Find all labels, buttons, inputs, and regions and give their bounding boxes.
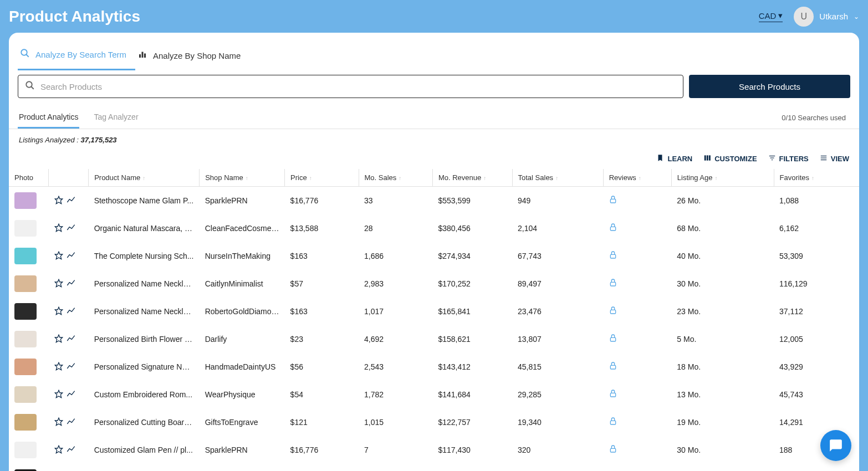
product-thumbnail[interactable] <box>14 414 37 431</box>
table-row[interactable]: Organic Natural Mascara, V... CleanFaced… <box>9 214 859 242</box>
star-icon[interactable] <box>54 334 63 345</box>
searches-used: 0/10 Searches used <box>782 114 850 122</box>
cell-favorites: 12,005 <box>774 325 859 353</box>
lock-icon[interactable] <box>609 390 617 400</box>
table-row[interactable]: Custom Embroidered Rom... WearPhysique $… <box>9 381 859 408</box>
lock-icon[interactable] <box>609 418 617 427</box>
product-thumbnail[interactable] <box>14 303 37 320</box>
col-price[interactable]: Price↑ <box>285 169 359 187</box>
star-icon[interactable] <box>54 417 63 428</box>
listings-analyzed: Listings Analyzed : 37,175,523 <box>9 129 859 151</box>
star-icon[interactable] <box>54 196 63 206</box>
table-row[interactable]: Personalized Name Neckla... NisPersonali… <box>9 464 859 471</box>
svg-marker-16 <box>55 196 62 203</box>
table-row[interactable]: Customized Glam Pen // pl... SparklePRN … <box>9 436 859 464</box>
star-icon[interactable] <box>54 223 63 234</box>
lock-icon[interactable] <box>609 362 617 372</box>
col-listing-age[interactable]: Listing Age↑ <box>671 169 774 187</box>
cell-photo <box>9 270 49 298</box>
star-icon[interactable] <box>54 390 63 400</box>
cell-shop-name: SparklePRN <box>200 436 285 464</box>
tab-search-term[interactable]: Analyze By Search Term <box>18 43 135 70</box>
table-scroll[interactable]: Photo Product Name↑ Shop Name↑ Price↑ Mo… <box>9 169 859 471</box>
toolbar-label: LEARN <box>667 155 692 163</box>
currency-selector[interactable]: CAD ▾ <box>759 11 783 22</box>
col-product-name[interactable]: Product Name↑ <box>89 169 200 187</box>
customize-button[interactable]: CUSTOMIZE <box>703 154 757 163</box>
product-thumbnail[interactable] <box>14 248 37 264</box>
lock-icon[interactable] <box>609 224 617 233</box>
cell-photo <box>9 298 49 325</box>
svg-rect-19 <box>611 227 616 231</box>
cell-shop-name: CaitlynMinimalist <box>200 270 285 298</box>
trend-icon[interactable] <box>67 279 75 289</box>
cell-listing-age: 30 Mo. <box>671 270 774 298</box>
subtab-tag-analyzer[interactable]: Tag Analyzer <box>93 107 139 129</box>
lock-icon[interactable] <box>609 279 617 289</box>
lock-icon[interactable] <box>609 196 617 206</box>
table-row[interactable]: Stethoscope Name Glam P... SparklePRN $1… <box>9 187 859 215</box>
trend-icon[interactable] <box>67 362 75 372</box>
trend-icon[interactable] <box>67 417 75 428</box>
star-icon[interactable] <box>54 279 63 289</box>
filters-button[interactable]: FILTERS <box>768 154 809 163</box>
product-thumbnail[interactable] <box>14 192 37 209</box>
cell-mo-sales: 2,844 <box>359 464 432 471</box>
lock-icon[interactable] <box>609 446 617 455</box>
table-row[interactable]: Personalized Name Neckla... CaitlynMinim… <box>9 270 859 298</box>
trend-icon[interactable] <box>67 196 75 206</box>
col-reviews[interactable]: Reviews↑ <box>603 169 671 187</box>
col-mo-revenue[interactable]: Mo. Revenue↑ <box>432 169 512 187</box>
star-icon[interactable] <box>54 251 63 262</box>
svg-rect-29 <box>611 365 616 369</box>
lock-icon[interactable] <box>609 252 617 261</box>
search-button[interactable]: Search Products <box>689 75 850 98</box>
col-shop-name[interactable]: Shop Name↑ <box>200 169 285 187</box>
trend-icon[interactable] <box>67 223 75 234</box>
product-thumbnail[interactable] <box>14 359 37 375</box>
subtab-product-analytics[interactable]: Product Analytics <box>18 107 79 129</box>
cell-price: $16,776 <box>285 436 359 464</box>
star-icon[interactable] <box>54 306 63 317</box>
chevron-down-icon: ▾ <box>778 11 783 21</box>
star-icon[interactable] <box>54 445 63 455</box>
table-row[interactable]: The Complete Nursing Sch... NurseInTheMa… <box>9 242 859 270</box>
col-mo-sales[interactable]: Mo. Sales↑ <box>359 169 432 187</box>
product-thumbnail[interactable] <box>14 220 37 237</box>
product-thumbnail[interactable] <box>14 442 37 458</box>
table-row[interactable]: Personalized Name Neckla... RobertoGoldD… <box>9 298 859 325</box>
svg-marker-20 <box>55 252 62 259</box>
star-icon[interactable] <box>54 362 63 372</box>
cell-shop-name: CleanFacedCosmetics <box>200 214 285 242</box>
sort-arrow-icon: ↑ <box>142 175 145 181</box>
view-button[interactable]: VIEW <box>820 154 849 163</box>
svg-rect-7 <box>704 155 706 160</box>
table-row[interactable]: Personalized Cutting Board ... GiftsToEn… <box>9 408 859 436</box>
product-thumbnail[interactable] <box>14 331 37 347</box>
lock-icon[interactable] <box>609 307 617 316</box>
col-photo[interactable]: Photo <box>9 169 49 187</box>
table-row[interactable]: Personalized Birth Flower C... Darlify $… <box>9 325 859 353</box>
product-thumbnail[interactable] <box>14 386 37 403</box>
trend-icon[interactable] <box>67 306 75 317</box>
learn-button[interactable]: LEARN <box>656 154 692 163</box>
col-total-sales[interactable]: Total Sales↑ <box>512 169 603 187</box>
tab-shop-name[interactable]: Analyze By Shop Name <box>135 43 249 70</box>
trend-icon[interactable] <box>67 251 75 262</box>
trend-icon[interactable] <box>67 390 75 400</box>
col-favorites[interactable]: Favorites↑ <box>774 169 859 187</box>
trend-icon[interactable] <box>67 334 75 345</box>
header-right: CAD ▾ U Utkarsh ⌄ <box>759 7 859 27</box>
table-row[interactable]: Personalized Signature Nec... HandmadeDa… <box>9 353 859 381</box>
lock-icon[interactable] <box>609 335 617 344</box>
currency-label: CAD <box>759 11 777 21</box>
cell-shop-name: GiftsToEngrave <box>200 408 285 436</box>
search-input[interactable] <box>40 82 676 91</box>
cell-price: $23 <box>285 325 359 353</box>
cell-shop-name: HandmadeDaintyUS <box>200 353 285 381</box>
trend-icon[interactable] <box>67 445 75 455</box>
product-thumbnail[interactable] <box>14 275 37 292</box>
user-menu[interactable]: U Utkarsh ⌄ <box>794 7 859 27</box>
cell-mo-revenue: $115,942 <box>432 464 512 471</box>
chat-button[interactable] <box>820 430 851 461</box>
